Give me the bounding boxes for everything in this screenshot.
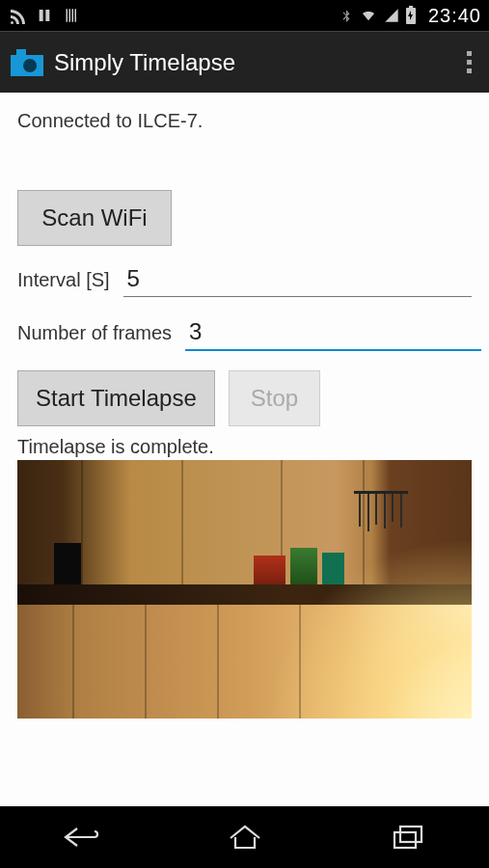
bluetooth-icon [340,7,353,24]
status-time: 23:40 [428,5,481,27]
frames-label: Number of frames [17,322,172,344]
stop-button[interactable]: Stop [229,370,320,426]
svg-point-10 [23,59,37,72]
screen: 23:40 Simply Timelapse Connected to ILCE… [0,0,489,868]
interval-label: Interval [S] [17,269,110,291]
preview-image [17,460,472,719]
status-bar: 23:40 [0,0,489,31]
svg-rect-9 [16,49,26,55]
action-bar: Simply Timelapse [0,31,489,93]
svg-rect-11 [400,827,421,842]
connection-status-text: Connected to ILCE-7. [17,110,472,132]
frames-input[interactable] [185,316,481,351]
svg-rect-4 [72,9,74,22]
interval-row: Interval [S] [17,263,472,297]
frames-row: Number of frames [17,316,472,351]
pause-icon [37,7,52,24]
svg-rect-0 [40,10,43,21]
status-right-icons: 23:40 [340,5,481,27]
svg-rect-12 [394,832,416,848]
app-title: Simply Timelapse [54,49,235,76]
signal-icon [384,8,399,23]
svg-rect-1 [45,10,49,21]
timelapse-status-text: Timelapse is complete. [17,436,472,458]
start-timelapse-button[interactable]: Start Timelapse [17,370,215,426]
home-icon[interactable] [206,818,284,856]
content-area: Connected to ILCE-7. Scan WiFi Interval … [0,93,489,806]
back-icon[interactable] [43,818,121,856]
wifi-icon [359,8,378,23]
svg-rect-2 [67,9,68,22]
control-buttons-row: Start Timelapse Stop [17,370,472,426]
svg-rect-3 [69,9,71,22]
overflow-menu-icon[interactable] [459,43,479,81]
rss-icon [8,7,25,24]
recent-apps-icon[interactable] [369,818,447,856]
scan-wifi-button[interactable]: Scan WiFi [17,190,172,246]
battery-charging-icon [405,6,417,25]
svg-rect-7 [409,6,413,8]
navigation-bar [0,806,489,868]
svg-rect-5 [75,9,77,22]
camera-icon [10,45,44,80]
status-left-icons [8,7,83,24]
interval-input[interactable] [123,263,472,297]
barcode-icon [64,7,83,24]
